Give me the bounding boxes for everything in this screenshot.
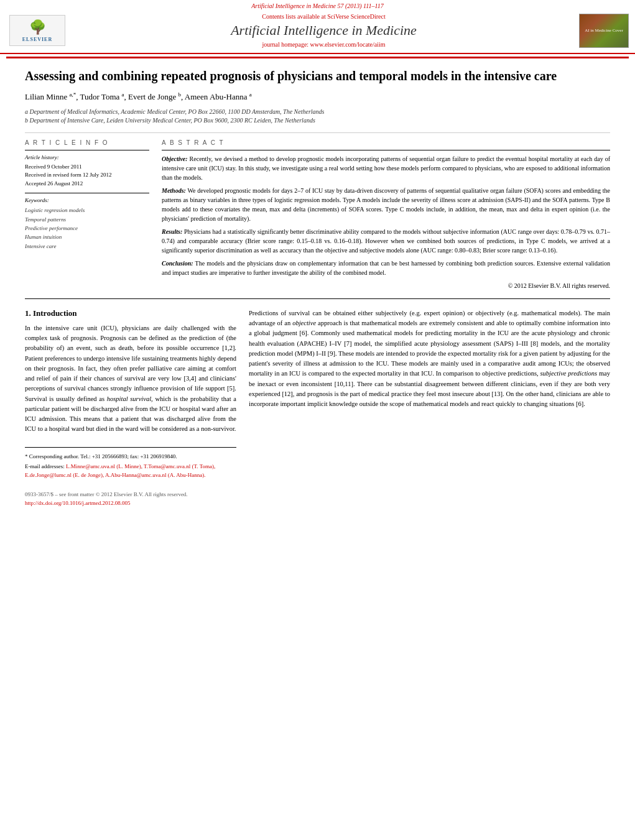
- abstract-results: Results: Physicians had a statistically …: [162, 227, 610, 255]
- elsevier-logo: 🌳 ELSEVIER: [9, 15, 65, 46]
- doi-link[interactable]: http://dx.doi.org/10.1016/j.artmed.2012.…: [25, 499, 610, 508]
- elsevier-logo-area: 🌳 ELSEVIER: [6, 14, 68, 48]
- article-info-abstract-layout: A R T I C L E I N F O Article history: R…: [25, 139, 610, 289]
- homepage-url[interactable]: www.elsevier.com/locate/aiim: [310, 41, 386, 48]
- conclusion-label: Conclusion:: [162, 260, 193, 267]
- results-text: Physicians had a statistically significa…: [162, 228, 610, 254]
- keywords-label: Keywords:: [25, 197, 149, 203]
- keyword-1: Logistic regression models: [25, 206, 149, 215]
- journal-homepage: journal homepage: www.elsevier.com/locat…: [75, 41, 573, 48]
- abstract-objective: Objective: Recently, we devised a method…: [162, 154, 610, 182]
- header-divider: [25, 132, 610, 133]
- article-title: Assessing and combining repeated prognos…: [25, 68, 610, 84]
- methods-label: Methods:: [162, 187, 186, 194]
- affiliation-2: b Department of Intensive Care, Leiden U…: [25, 116, 610, 125]
- journal-title-center: Contents lists available at SciVerse Sci…: [68, 13, 579, 48]
- body-left-col: 1. Introduction In the intensive care un…: [25, 308, 236, 481]
- abstract-label: A B S T R A C T: [162, 139, 610, 146]
- body-divider: [25, 298, 610, 299]
- journal-main-title: Artificial Intelligence in Medicine: [75, 22, 573, 39]
- methods-text: We developed prognostic models for days …: [162, 187, 610, 222]
- keywords-list: Logistic regression models Temporal patt…: [25, 206, 149, 251]
- main-content: Assessing and combining repeated prognos…: [0, 58, 635, 517]
- copyright-text: © 2012 Elsevier B.V. All rights reserved…: [162, 282, 610, 289]
- body-two-col-layout: 1. Introduction In the intensive care un…: [25, 308, 610, 481]
- conclusion-text: The models and the physicians draw on co…: [162, 260, 610, 276]
- author-1: Lilian Minne: [25, 93, 70, 102]
- section-title: Introduction: [33, 308, 77, 318]
- keywords-block: Keywords: Logistic regression models Tem…: [25, 193, 149, 251]
- body-right-col: Predictions of survival can be obtained …: [249, 308, 610, 481]
- keyword-5: Intensive care: [25, 242, 149, 251]
- sciverse-text: Contents lists available at SciVerse Sci…: [75, 13, 573, 20]
- journal-citation: Artificial Intelligence in Medicine 57 (…: [0, 0, 635, 11]
- authors-line: Lilian Minne a,*, Tudor Toma a, Evert de…: [25, 91, 610, 102]
- bottom-strip: 0933-3657/$ – see front matter © 2012 El…: [25, 491, 610, 507]
- footnote-corresponding: * Corresponding author. Tel.: +31 205666…: [25, 453, 236, 461]
- affiliation-1: a Department of Medical Informatics, Aca…: [25, 108, 610, 116]
- objective-label: Objective:: [162, 155, 188, 162]
- keyword-3: Predictive performance: [25, 224, 149, 233]
- results-label: Results:: [162, 228, 182, 235]
- history-label: Article history:: [25, 154, 149, 160]
- journal-header: Artificial Intelligence in Medicine 57 (…: [0, 0, 635, 54]
- abstract-top-divider: [162, 150, 610, 150]
- article-info-label: A R T I C L E I N F O: [25, 139, 149, 146]
- section-number: 1.: [25, 308, 31, 318]
- email-label: E-mail addresses:: [25, 463, 65, 469]
- intro-paragraph-1: In the intensive care unit (ICU), physic…: [25, 323, 236, 435]
- elsevier-label: ELSEVIER: [22, 37, 52, 42]
- article-history-block: Article history: Received 9 October 2011…: [25, 150, 149, 188]
- keyword-2: Temporal patterns: [25, 215, 149, 224]
- abstract-methods: Methods: We developed prognostic models …: [162, 186, 610, 223]
- revised-date: Received in revised form 12 July 2012: [25, 171, 149, 180]
- elsevier-tree-icon: 🌳: [29, 19, 46, 35]
- intro-paragraph-2: Predictions of survival can be obtained …: [249, 308, 610, 410]
- keyword-4: Human intuition: [25, 233, 149, 241]
- article-info-col: A R T I C L E I N F O Article history: R…: [25, 139, 149, 289]
- journal-cover-image: AI in Medicine Cover: [579, 14, 629, 48]
- introduction-heading: 1. Introduction: [25, 308, 236, 318]
- issn-text: 0933-3657/$ – see front matter © 2012 El…: [25, 491, 610, 499]
- affiliations: a Department of Medical Informatics, Aca…: [25, 108, 610, 125]
- objective-text: Recently, we devised a method to develop…: [162, 155, 610, 181]
- received-date: Received 9 October 2011: [25, 163, 149, 172]
- footnote-emails: E-mail addresses: L.Minne@amc.uva.nl (L.…: [25, 463, 236, 479]
- journal-banner: 🌳 ELSEVIER Contents lists available at S…: [0, 11, 635, 50]
- abstract-col: A B S T R A C T Objective: Recently, we …: [162, 139, 610, 289]
- accepted-date: Accepted 26 August 2012: [25, 180, 149, 188]
- abstract-conclusion: Conclusion: The models and the physician…: [162, 259, 610, 277]
- abstract-content: Objective: Recently, we devised a method…: [162, 154, 610, 277]
- footnote-area: * Corresponding author. Tel.: +31 205666…: [25, 447, 236, 480]
